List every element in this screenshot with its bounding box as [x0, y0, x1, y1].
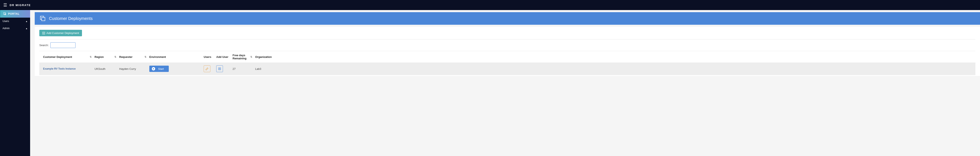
cell-organization: Lab3	[255, 67, 261, 71]
add-user-icon	[218, 67, 221, 71]
col-header-region[interactable]: Region ⇅	[94, 54, 119, 60]
col-header-requester[interactable]: Requester ⇅	[119, 54, 150, 60]
cell-region: UKSouth	[94, 67, 105, 71]
cell-requester: Hayden Curry	[119, 67, 136, 71]
brand-label: DR MIGRATE	[10, 3, 31, 7]
sidebar-portal-label: PORTAL	[8, 12, 19, 15]
deployment-name-link[interactable]: Example RV Tools Instance	[43, 67, 76, 70]
plus-icon	[42, 32, 45, 35]
deployments-icon	[39, 15, 46, 22]
sort-icon: ⇅	[90, 56, 92, 58]
search-input[interactable]	[50, 42, 75, 48]
col-header-adduser[interactable]: Add User	[216, 54, 232, 60]
sidebar: PORTAL Users ▲ Admin ▲	[0, 10, 30, 156]
search-label: Search:	[39, 43, 49, 47]
sort-icon: ⇅	[115, 56, 116, 58]
play-icon	[152, 67, 155, 71]
pencil-icon	[205, 67, 209, 71]
add-customer-deployment-button[interactable]: Add Customer Deployment	[39, 30, 82, 36]
col-header-organization[interactable]: Organization	[255, 54, 975, 60]
sidebar-item-users[interactable]: Users ▲	[0, 18, 30, 25]
col-header-users[interactable]: Users	[204, 54, 216, 60]
add-user-button[interactable]	[216, 66, 223, 72]
hamburger-menu-icon[interactable]: ☰	[3, 3, 7, 8]
col-header-environment[interactable]: Environment	[150, 54, 204, 60]
sidebar-item-admin[interactable]: Admin ▲	[0, 25, 30, 32]
col-header-name[interactable]: Customer Deployment ⇅	[42, 54, 94, 60]
search-row: Search:	[39, 42, 975, 48]
edit-users-button[interactable]	[204, 66, 210, 72]
svg-rect-1	[5, 13, 6, 15]
deployments-table: Customer Deployment ⇅ Region ⇅ Requester…	[39, 51, 975, 75]
col-header-freedays[interactable]: Free days Remaining ⇅	[232, 54, 255, 60]
content-card: Add Customer Deployment Search: Customer…	[35, 27, 980, 76]
start-button-label: Start	[158, 67, 164, 71]
sort-icon: ⇅	[145, 56, 146, 58]
page-title: Customer Deployments	[49, 16, 93, 21]
chevron-up-icon: ▲	[25, 27, 28, 30]
sidebar-item-label: Admin	[3, 27, 10, 30]
table-row: Example RV Tools Instance UKSouth Hayden…	[39, 63, 975, 75]
sidebar-portal-tab[interactable]: PORTAL	[0, 10, 30, 18]
sidebar-item-label: Users	[3, 20, 9, 23]
cell-freedays: 27	[232, 67, 235, 71]
table-header-row: Customer Deployment ⇅ Region ⇅ Requester…	[39, 51, 975, 63]
svg-rect-3	[41, 18, 45, 21]
add-button-label: Add Customer Deployment	[46, 31, 79, 35]
portal-icon	[3, 12, 6, 16]
start-button[interactable]: Start	[150, 66, 169, 72]
chevron-up-icon: ▲	[25, 20, 28, 23]
main-content: Customer Deployments Add Customer Deploy…	[30, 10, 980, 156]
sort-icon: ⇅	[250, 56, 252, 58]
page-header: Customer Deployments	[35, 12, 980, 25]
